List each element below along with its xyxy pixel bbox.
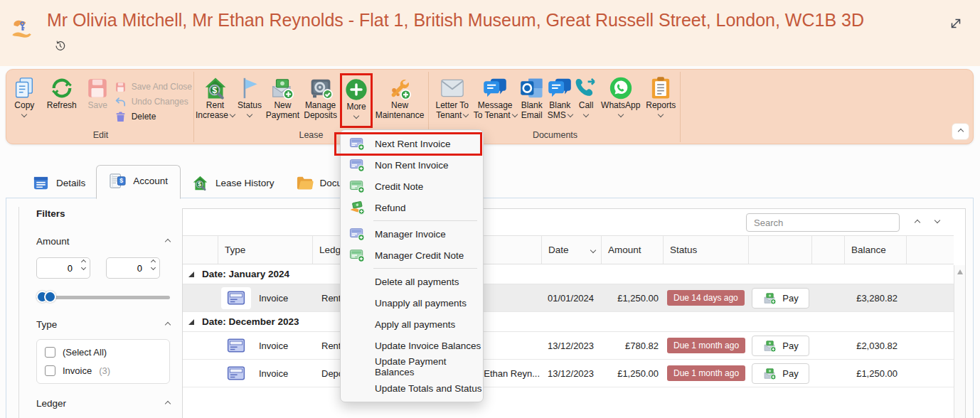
menu-item-apply-all-payments[interactable]: Apply all payments bbox=[341, 314, 483, 335]
search-prev-icon[interactable] bbox=[915, 220, 920, 225]
checkbox[interactable] bbox=[45, 365, 55, 376]
spin-up-icon[interactable] bbox=[151, 259, 156, 264]
amount-range-slider[interactable] bbox=[36, 291, 170, 304]
invoice-add-blue-icon bbox=[349, 227, 365, 241]
column-header-spacer[interactable] bbox=[812, 236, 845, 264]
amount-from-input[interactable] bbox=[40, 260, 73, 276]
save-and-close-button[interactable]: Save And Close bbox=[114, 81, 192, 93]
amount-to-stepper[interactable] bbox=[106, 257, 160, 279]
menu-item-delete-all-payments[interactable]: Delete all payments bbox=[341, 271, 483, 292]
slider-track bbox=[36, 296, 170, 299]
table-row[interactable]: Invoice Rent 01/01/2024 £1,250.00 Due 14… bbox=[183, 284, 954, 312]
group-row-january-2024[interactable]: Date: January 2024 bbox=[183, 264, 954, 284]
blank-email-button[interactable]: Blank Email bbox=[518, 73, 546, 129]
more-plus-icon bbox=[344, 77, 368, 102]
spin-down-icon[interactable] bbox=[81, 265, 86, 270]
save-button[interactable]: Save bbox=[84, 73, 112, 129]
tenancy-app-icon bbox=[9, 16, 34, 43]
letter-to-tenant-button[interactable]: Letter To Tenant bbox=[432, 73, 472, 129]
trash-icon bbox=[114, 111, 127, 123]
amount-to-input[interactable] bbox=[110, 260, 142, 276]
amount-from-stepper[interactable] bbox=[36, 257, 90, 279]
spin-down-icon[interactable] bbox=[151, 265, 156, 270]
tab-bar: Details $ Account $ Lease History Docume… bbox=[21, 165, 379, 198]
reports-button[interactable]: Reports bbox=[643, 73, 678, 129]
column-header-type[interactable]: Type bbox=[218, 236, 313, 264]
expand-icon[interactable] bbox=[949, 16, 963, 31]
refresh-button[interactable]: Refresh bbox=[43, 73, 81, 129]
details-list-icon bbox=[32, 175, 50, 191]
column-header-amount[interactable]: Amount bbox=[602, 236, 664, 264]
svg-text:$: $ bbox=[198, 181, 201, 188]
filter-section-ledger[interactable]: Ledger bbox=[36, 398, 170, 409]
title-bar: Mr Olivia Mitchell, Mr Ethan Reynolds - … bbox=[0, 0, 980, 66]
ribbon-collapse-button[interactable] bbox=[952, 123, 969, 140]
type-option-invoice[interactable]: Invoice (3) bbox=[45, 365, 161, 376]
filters-heading: Filters bbox=[36, 208, 182, 219]
ribbon-toolbar: Copy Refresh Save Save And Close Undo Ch… bbox=[6, 69, 974, 144]
invoice-row-icon bbox=[227, 365, 245, 381]
menu-item-manager-credit-note[interactable]: Manager Credit Note bbox=[341, 245, 483, 266]
svg-text:$: $ bbox=[120, 177, 124, 184]
menu-item-unapply-all-payments[interactable]: Unapply all payments bbox=[341, 292, 483, 314]
tab-account[interactable]: $ Account bbox=[96, 165, 181, 199]
refresh-icon bbox=[50, 76, 74, 100]
menu-item-manager-invoice[interactable]: Manager Invoice bbox=[341, 223, 483, 245]
menu-item-non-rent-invoice[interactable]: Non Rent Invoice bbox=[341, 154, 483, 176]
spin-up-icon[interactable] bbox=[81, 259, 86, 264]
slider-thumb-max[interactable] bbox=[44, 291, 56, 303]
column-header-indent bbox=[183, 236, 218, 264]
group-expander-icon[interactable] bbox=[188, 319, 194, 325]
checkbox[interactable] bbox=[45, 347, 55, 358]
vertical-scrollbar[interactable] bbox=[954, 265, 965, 418]
column-header-status[interactable]: Status bbox=[664, 236, 749, 264]
history-icon[interactable] bbox=[54, 40, 66, 52]
scroll-up-icon[interactable] bbox=[957, 269, 963, 274]
menu-item-refund[interactable]: Refund bbox=[341, 197, 483, 218]
search-input[interactable] bbox=[746, 213, 900, 232]
group-row-december-2023[interactable]: Date: December 2023 bbox=[183, 312, 954, 332]
save-icon bbox=[85, 76, 110, 100]
new-payment-button[interactable]: New Payment bbox=[265, 73, 301, 129]
column-header-action[interactable] bbox=[749, 236, 812, 264]
chevron-down-icon bbox=[568, 112, 573, 117]
menu-item-update-totals-and-status[interactable]: Update Totals and Status bbox=[341, 377, 483, 399]
undo-changes-button[interactable]: Undo Changes bbox=[114, 96, 192, 108]
search-next-icon[interactable] bbox=[934, 218, 940, 223]
column-header-date[interactable]: Date bbox=[542, 236, 602, 264]
new-maintenance-button[interactable]: New Maintenance bbox=[373, 73, 427, 129]
more-button[interactable]: More bbox=[342, 75, 371, 122]
chevron-down-icon bbox=[247, 112, 252, 117]
pay-button[interactable]: Pay bbox=[752, 363, 809, 384]
menu-item-credit-note[interactable]: Credit Note bbox=[341, 176, 483, 197]
filter-section-amount[interactable]: Amount bbox=[36, 236, 170, 247]
tab-details[interactable]: Details bbox=[21, 169, 96, 198]
invoice-add-green-icon bbox=[349, 179, 365, 193]
pay-button[interactable]: Pay bbox=[752, 288, 809, 309]
tab-lease-history[interactable]: $ Lease History bbox=[181, 169, 285, 198]
menu-item-update-payment-balances[interactable]: Update Payment Balances bbox=[341, 356, 483, 377]
table-row[interactable]: Invoice Deposit r Ethan Reyn... 13/12/20… bbox=[183, 360, 954, 387]
pay-money-icon bbox=[762, 291, 777, 305]
sms-icon bbox=[548, 76, 572, 100]
blank-sms-button[interactable]: Blank SMS bbox=[545, 73, 574, 129]
call-button[interactable]: Call bbox=[574, 73, 598, 129]
status-button[interactable]: Status bbox=[235, 73, 265, 129]
message-to-tenant-button[interactable]: Message To Tenant bbox=[472, 73, 517, 129]
table-row[interactable]: Invoice Rent 13/12/2023 £780.82 Due 1 mo… bbox=[183, 332, 954, 360]
type-option-select-all[interactable]: (Select All) bbox=[45, 347, 161, 358]
group-expander-icon[interactable] bbox=[188, 272, 194, 277]
whatsapp-button[interactable]: WhatsApp bbox=[598, 73, 643, 129]
copy-button[interactable]: Copy bbox=[9, 73, 40, 129]
menu-item-next-rent-invoice[interactable]: Next Rent Invoice bbox=[341, 133, 483, 154]
rent-increase-button[interactable]: $ Rent Increase bbox=[196, 73, 235, 129]
filter-section-type[interactable]: Type bbox=[36, 319, 170, 330]
new-payment-icon bbox=[270, 76, 294, 100]
manage-deposits-button[interactable]: Manage Deposits bbox=[301, 73, 340, 129]
column-header-balance[interactable]: Balance bbox=[845, 236, 907, 264]
menu-item-update-invoice-balances[interactable]: Update Invoice Balances bbox=[341, 335, 483, 356]
letter-icon bbox=[440, 76, 464, 100]
pay-button[interactable]: Pay bbox=[752, 336, 809, 356]
delete-button[interactable]: Delete bbox=[114, 111, 192, 123]
call-icon bbox=[574, 76, 598, 100]
